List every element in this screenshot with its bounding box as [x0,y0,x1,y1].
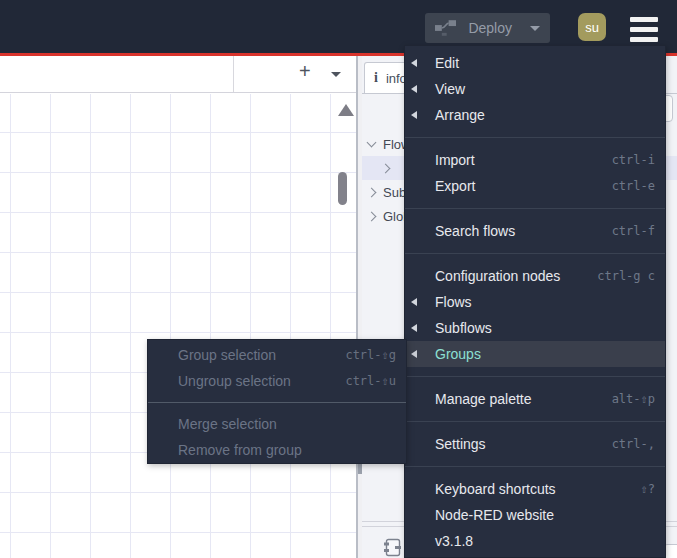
menu-item-label: Search flows [435,223,515,239]
hamburger-icon [630,37,658,42]
menu-item-view[interactable]: View [405,76,665,102]
menu-item-nodered-website[interactable]: Node-RED website [405,502,665,528]
menu-item-label: Subflows [435,320,492,336]
menu-shortcut: ctrl-⇧g [345,348,396,362]
menu-divider [405,376,665,377]
menu-shortcut: ctrl-f [612,224,655,238]
submenu-arrow-icon [411,350,417,358]
menu-item-label: View [435,81,465,97]
menu-item-remove-from-group[interactable]: Remove from group [148,437,406,463]
chevron-right-icon[interactable] [381,163,391,173]
menu-item-arrange[interactable]: Arrange [405,102,665,128]
menu-item-label: Arrange [435,107,485,123]
menu-item-label: Group selection [178,347,276,363]
add-flow-button[interactable]: + [299,60,311,83]
menu-divider [405,137,665,138]
menu-item-label: Import [435,152,475,168]
groups-submenu: Group selection ctrl-⇧g Ungroup selectio… [147,339,407,464]
menu-item-import[interactable]: Import ctrl-i [405,147,665,173]
deploy-label: Deploy [468,20,512,36]
menu-item-label: Merge selection [178,416,277,432]
menu-item-flows[interactable]: Flows [405,289,665,315]
menu-item-search-flows[interactable]: Search flows ctrl-f [405,218,665,244]
menu-item-label: Settings [435,436,486,452]
menu-shortcut: ctrl-i [612,153,655,167]
submenu-arrow-icon [411,298,417,306]
menu-item-label: Ungroup selection [178,373,291,389]
menu-item-label: Configuration nodes [435,268,560,284]
submenu-arrow-icon [411,324,417,332]
chevron-right-icon[interactable] [367,187,377,197]
menu-item-label: Remove from group [178,442,302,458]
menu-shortcut: alt-⇧p [612,392,655,406]
menu-item-merge-selection[interactable]: Merge selection [148,411,406,437]
menu-item-label: Flows [435,294,472,310]
main-menu: Edit View Arrange Import ctrl-i Export c… [404,45,666,558]
deploy-icon [435,20,456,36]
menu-item-label: Keyboard shortcuts [435,481,556,497]
menu-divider [405,208,665,209]
user-avatar[interactable]: su [578,13,606,41]
menu-item-label: Manage palette [435,391,532,407]
tab-list-caret-icon[interactable] [331,72,341,77]
menu-item-subflows[interactable]: Subflows [405,315,665,341]
chevron-right-icon[interactable] [367,211,377,221]
menu-item-label: v3.1.8 [435,533,473,549]
menu-item-keyboard-shortcuts[interactable]: Keyboard shortcuts ⇧? [405,476,665,502]
chevron-down-icon[interactable] [367,138,377,148]
flow-canvas[interactable] [0,94,356,558]
submenu-arrow-icon [411,85,417,93]
info-icon: i [374,70,378,86]
menu-item-label: Export [435,178,475,194]
menu-item-label: Groups [435,346,481,362]
submenu-arrow-icon [411,59,417,67]
menu-shortcut: ctrl-e [612,179,655,193]
hamburger-icon [630,17,658,22]
canvas-scrollbar-thumb[interactable] [338,172,347,205]
menu-shortcut: ctrl-, [612,437,655,451]
menu-item-settings[interactable]: Settings ctrl-, [405,431,665,457]
menu-item-label: Node-RED website [435,507,554,523]
menu-divider [405,466,665,467]
menu-item-groups[interactable]: Groups [405,341,665,367]
menu-item-group-selection[interactable]: Group selection ctrl-⇧g [148,342,406,368]
menu-divider [405,421,665,422]
main-menu-button[interactable] [630,17,658,47]
menu-shortcut: ctrl-⇧u [345,374,396,388]
workspace-tab-bar: + [0,56,356,93]
menu-item-manage-palette[interactable]: Manage palette alt-⇧p [405,386,665,412]
submenu-arrow-icon [411,111,417,119]
menu-item-configuration-nodes[interactable]: Configuration nodes ctrl-g c [405,263,665,289]
scroll-up-icon[interactable] [338,104,354,116]
hamburger-icon [630,27,658,32]
menu-shortcut: ctrl-g c [597,269,655,283]
avatar-initials: su [585,20,599,35]
menu-shortcut: ⇧? [641,482,655,496]
node-red-app: { "header": { "deploy_label": "Deploy", … [0,0,677,558]
menu-item-label: Edit [435,55,459,71]
menu-item-edit[interactable]: Edit [405,50,665,76]
menu-divider [148,402,406,403]
menu-item-export[interactable]: Export ctrl-e [405,173,665,199]
node-icon [383,538,402,557]
deploy-button[interactable]: Deploy [425,13,550,43]
deploy-caret-icon[interactable] [530,26,540,31]
menu-divider [405,253,665,254]
tab-separator [233,56,234,92]
menu-item-version[interactable]: v3.1.8 [405,528,665,554]
menu-item-ungroup-selection[interactable]: Ungroup selection ctrl-⇧u [148,368,406,394]
